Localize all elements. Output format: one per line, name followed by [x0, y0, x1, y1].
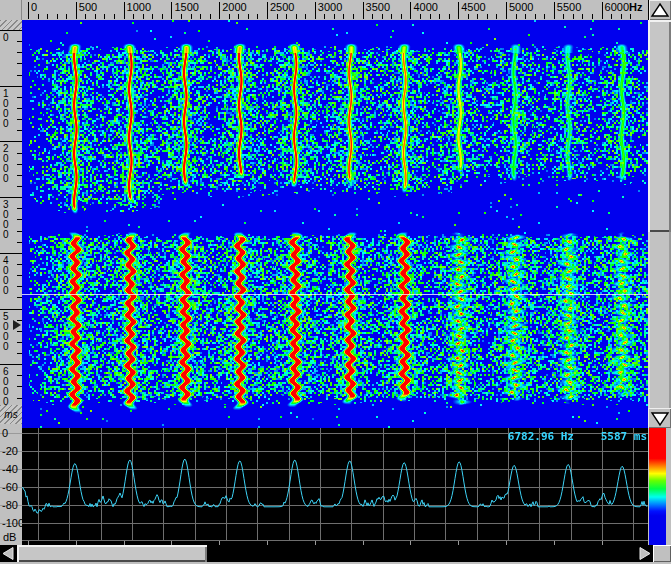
- time-tick-label: 1000: [3, 89, 11, 129]
- time-major-tick: [0, 197, 22, 198]
- freq-tick-label: 2500: [270, 1, 294, 13]
- frequency-unit-label: Hz: [629, 1, 642, 13]
- freq-tick-label: 1000: [127, 1, 151, 13]
- freq-minor-tick: [372, 14, 373, 19]
- freq-minor-tick: [286, 14, 287, 19]
- time-tick-label: 6000: [3, 367, 11, 407]
- freq-minor-tick: [563, 14, 564, 19]
- db-axis: dB 0-20-40-60-80-100: [0, 428, 22, 545]
- time-major-tick: [0, 364, 22, 365]
- freq-minor-tick: [449, 14, 450, 19]
- freq-minor-tick: [334, 14, 335, 19]
- db-tick-label: -80: [2, 499, 18, 511]
- ruler-corner: [0, 0, 22, 20]
- scrollbar-corner: [653, 545, 671, 562]
- freq-major-tick: [124, 2, 125, 19]
- freq-minor-tick: [305, 14, 306, 19]
- time-tick-label: 2000: [3, 144, 11, 184]
- freq-minor-tick: [57, 14, 58, 19]
- vertical-scroll-thumb[interactable]: [648, 20, 671, 232]
- right-arrow-icon: [637, 545, 653, 562]
- time-tick-label: 0: [3, 33, 11, 43]
- freq-minor-tick: [343, 14, 344, 19]
- cursor-frequency-readout: 6782.96 Hz: [508, 430, 574, 443]
- freq-tick-label: 3500: [366, 1, 390, 13]
- time-tick-label: 4000: [3, 256, 11, 296]
- freq-minor-tick: [162, 14, 163, 19]
- up-arrow-icon: [649, 1, 671, 19]
- freq-tick-label: 4000: [413, 1, 437, 13]
- time-tick-label: 5000: [3, 312, 11, 352]
- freq-tick-label: 3000: [318, 1, 342, 13]
- app-window: Hz 0500100015002000250030003500400045005…: [0, 0, 671, 564]
- freq-minor-tick: [85, 14, 86, 19]
- freq-minor-tick: [152, 14, 153, 19]
- freq-minor-tick: [439, 14, 440, 19]
- db-tick-label: -100: [2, 517, 22, 529]
- freq-minor-tick: [391, 14, 392, 19]
- left-arrow-icon: [0, 545, 17, 562]
- freq-major-tick: [410, 2, 411, 19]
- horizontal-scroll-track[interactable]: [207, 545, 637, 562]
- time-major-tick: [0, 309, 22, 310]
- freq-minor-tick: [477, 14, 478, 19]
- db-tick-label: 0: [2, 428, 8, 439]
- time-unit-label: ms: [0, 405, 22, 424]
- freq-minor-tick: [229, 14, 230, 19]
- spectrum-panel: 6782.96 Hz 5587 ms: [22, 428, 648, 545]
- ruler-hatch: [0, 20, 22, 30]
- freq-minor-tick: [525, 14, 526, 19]
- freq-minor-tick: [468, 14, 469, 19]
- freq-major-tick: [76, 2, 77, 19]
- freq-minor-tick: [296, 14, 297, 19]
- freq-major-tick: [28, 2, 29, 19]
- freq-minor-tick: [38, 14, 39, 19]
- db-unit-label: dB: [3, 531, 16, 543]
- scroll-down-button[interactable]: [648, 408, 671, 428]
- horizontal-scroll-thumb[interactable]: [17, 545, 207, 562]
- freq-minor-tick: [630, 14, 631, 19]
- time-major-tick: [0, 86, 22, 87]
- freq-minor-tick: [573, 14, 574, 19]
- freq-minor-tick: [496, 14, 497, 19]
- freq-minor-tick: [257, 14, 258, 19]
- spectrum-canvas: [22, 428, 648, 545]
- freq-minor-tick: [104, 14, 105, 19]
- freq-major-tick: [554, 2, 555, 19]
- scroll-left-button[interactable]: [0, 545, 17, 562]
- freq-minor-tick: [487, 14, 488, 19]
- vertical-scrollbar[interactable]: [648, 20, 671, 428]
- freq-minor-tick: [133, 14, 134, 19]
- vertical-scroll-track[interactable]: [648, 232, 671, 408]
- freq-tick-label: 6000: [605, 1, 629, 13]
- down-arrow-icon: [649, 409, 671, 427]
- spectrogram-canvas[interactable]: [22, 20, 648, 428]
- db-tick-label: -40: [2, 463, 18, 475]
- freq-minor-tick: [95, 14, 96, 19]
- freq-minor-tick: [611, 14, 612, 19]
- freq-major-tick: [363, 2, 364, 19]
- freq-minor-tick: [143, 14, 144, 19]
- freq-minor-tick: [535, 14, 536, 19]
- freq-tick-label: 1500: [174, 1, 198, 13]
- freq-major-tick: [219, 2, 220, 19]
- freq-minor-tick: [353, 14, 354, 19]
- freq-minor-tick: [181, 14, 182, 19]
- time-cursor-marker[interactable]: [13, 320, 21, 330]
- freq-major-tick: [315, 2, 316, 19]
- freq-minor-tick: [516, 14, 517, 19]
- color-scale-bar: [649, 428, 666, 545]
- scroll-up-button[interactable]: [648, 0, 671, 20]
- db-tick-label: -20: [2, 445, 18, 457]
- freq-tick-label: 500: [79, 1, 97, 13]
- frequency-ruler: Hz 0500100015002000250030003500400045005…: [22, 0, 648, 20]
- freq-tick-label: 5500: [557, 1, 581, 13]
- freq-minor-tick: [114, 14, 115, 19]
- freq-major-tick: [506, 2, 507, 19]
- time-major-tick: [0, 141, 22, 142]
- time-major-tick: [0, 30, 22, 31]
- horizontal-scrollbar[interactable]: [0, 545, 671, 562]
- scroll-right-button[interactable]: [637, 545, 653, 562]
- freq-minor-tick: [324, 14, 325, 19]
- freq-minor-tick: [382, 14, 383, 19]
